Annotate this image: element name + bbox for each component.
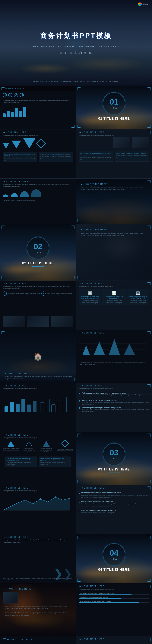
row-05-ab: YOUR TITLE HERE Lorem ipsum dolor sit am… — [0, 280, 152, 330]
arrow-bottom-text: Lorem ipsum dolor sit amet, consectetuer… — [3, 578, 76, 580]
logo-text: 演亮网 — [143, 3, 148, 6]
sunset-content: YOUR TITLE HERE Lorem ipsum dolor sit am… — [0, 583, 76, 619]
bar-r3 — [16, 404, 19, 412]
corner-tr-laptop — [148, 638, 151, 641]
bar-r5 — [27, 404, 31, 412]
progress-2: Fusce posuere, magna sed pulvinar ultric… — [76, 596, 152, 600]
semi-3 — [20, 191, 29, 197]
tri-card-2: Fusce posuere, magna sed pulvinar ultric… — [39, 456, 71, 467]
mini-ph-1 — [3, 316, 25, 327]
prog-label-3: Maecenas porttitor congue massa fusce po… — [79, 600, 149, 602]
large-arrows: ❯ ❯ — [53, 568, 72, 579]
icon-card-3: 💻 Maecenas porttitor congue massa fusce … — [127, 289, 149, 305]
corner-tr-04 — [148, 536, 151, 539]
title-underline-04 — [108, 573, 120, 573]
barchart-heading: YOUR TITLE HERE — [0, 383, 76, 388]
tri-icon-1: Pellentesque habitant morbi tristique se… — [3, 441, 19, 452]
step-label-a: Pellentesque habitant morbi tristique se… — [8, 293, 40, 294]
row-12-ab: YOUR TITLE HERE 15% Lorem ipsum dolor si… — [0, 636, 152, 644]
step-1: +1 — [3, 93, 7, 97]
mini-photo-1 — [133, 137, 149, 148]
card-r2: Fusce posuere, magna sed pulvinar ultric… — [115, 151, 149, 162]
number-ring-02: 02 TITLE — [27, 237, 49, 260]
prog-fill-1 — [79, 594, 132, 595]
icon-cards-heading: YOUR TITLE HERE — [76, 281, 152, 286]
list-item-3: ▶ Maecenas porttitor congue massa fusce … — [76, 509, 152, 514]
cover-divider — [57, 43, 95, 43]
row-08-ab: YOUR TITLE HERE Lorem ipsum dolor sit am… — [0, 432, 152, 485]
elements-topbar: SLIDE ELEMENTS — [0, 86, 76, 91]
panel-progress: YOUR TITLE HERE Lorem ipsum dolor sit am… — [76, 583, 152, 636]
sunset-inset-photo — [3, 592, 18, 604]
pct-top: YOUR TITLE HERE — [0, 636, 76, 642]
tri-detail-row: Pellentesque habitant morbi tristique se… — [0, 454, 76, 470]
area-chart-wrap — [0, 492, 76, 514]
prog-fill-2 — [79, 598, 121, 599]
corner-tl-02 — [1, 226, 4, 228]
logo-circle — [138, 2, 142, 6]
dot-1 — [39, 498, 41, 500]
bar-r4 — [21, 399, 25, 412]
panel-body-l: Lorem ipsum dolor sit amet, consectetuer… — [0, 134, 76, 136]
timeline-dot-1 — [79, 393, 80, 394]
tri-icon-2: Fusce posuere, magna sed pulvinar ultric… — [22, 441, 36, 452]
inner-grid-l: Pellentesque habitant morbi tristique se… — [0, 150, 76, 164]
arrow-heading: YOUR TITLE HERE — [0, 534, 76, 539]
section-01-title: 01 TITLE IS HERE — [98, 117, 130, 120]
corner-bl-02 — [1, 276, 4, 279]
corner-tl-03 — [78, 434, 81, 436]
panel-heading-r: YOUR TITLE HERE — [76, 130, 152, 134]
panel-textlist: YOUR TITLE HERE Lorem ipsum dolor sit am… — [76, 383, 152, 432]
panel-area-chart: YOUR TITLE HERE Lorem ipsum dolor sit am… — [0, 485, 76, 534]
panel-sunset: YOUR TITLE HERE Lorem ipsum dolor sit am… — [0, 583, 76, 636]
bar-chart-area — [0, 390, 76, 416]
steps-heading-l: YOUR TITLE HERE — [0, 281, 76, 286]
bar-5 — [19, 111, 22, 117]
steps-row: 1 Pellentesque habitant morbi tristique … — [0, 290, 76, 297]
prog-label-2: Fusce posuere, magna sed pulvinar ultric… — [79, 596, 149, 598]
dot-2 — [55, 496, 56, 498]
cover-content: 商务计划书PPT模板 THIS TEMPLATE DESIGNED BY XIA… — [31, 31, 121, 55]
linechart-body: Lorem ipsum dolor sit amet, consectetuer… — [76, 361, 152, 366]
laptop-icon-wrap: 💻 — [76, 641, 152, 644]
tri-card-1: Pellentesque habitant morbi tristique se… — [5, 456, 37, 467]
corner-tr-r — [148, 131, 151, 134]
corner-tl — [1, 88, 4, 90]
bar-4 — [15, 108, 18, 117]
number-ring-04: 04 TITLE — [103, 543, 125, 566]
corner-tr-03 — [148, 434, 151, 436]
inner-grid-r: Pellentesque habitant morbi tristique se… — [76, 150, 152, 163]
svg-marker-9 — [26, 441, 32, 447]
timeline-content-1: Pellentesque habitant morbi tristique se… — [82, 392, 149, 398]
timeline-dot-2 — [79, 400, 80, 402]
prog-bg-1 — [79, 594, 149, 595]
panel-bridge-photo: 🏠 YOUR TITLE HERE Lorem ipsum dolor sit … — [0, 330, 76, 383]
panel-body-r: Lorem ipsum dolor sit amet, consectetuer… — [76, 134, 152, 136]
tri-lg — [23, 138, 35, 148]
pct-accent — [3, 638, 6, 641]
photo-r-body: Lorem ipsum dolor sit amet, consectetuer… — [79, 186, 149, 190]
barchart-body: Lorem ipsum dolor sit amet, consectetuer… — [0, 388, 76, 390]
panel-stats-r: YOUR TITLE HERE Lorem ipsum dolor sit am… — [76, 130, 152, 178]
progress-heading: YOUR TITLE HERE — [76, 583, 152, 588]
tri-icon-4: Pellentesque habitant morbi tristique se… — [57, 441, 73, 452]
corner-bl-biz — [78, 276, 81, 279]
tri-icon-3: Maecenas porttitor congue massa fusce po… — [39, 441, 54, 452]
svg-marker-3 — [82, 346, 90, 355]
corner-tl-01 — [78, 88, 81, 90]
house-icon: 🏠 — [33, 352, 43, 361]
corner-br-04 — [148, 578, 151, 582]
bar-out5 — [63, 397, 67, 412]
semi-2 — [11, 193, 18, 197]
timeline-2: Fusce posuere, magna sed pulvinar ultric… — [76, 399, 152, 406]
topbar-title: SLIDE ELEMENTS — [5, 88, 24, 90]
textlist-body: Lorem ipsum dolor sit amet, consectetuer… — [76, 388, 152, 390]
panel-barchart: YOUR TITLE HERE Lorem ipsum dolor sit am… — [0, 383, 76, 432]
title-underline-02 — [32, 266, 44, 267]
bar-1 — [3, 114, 6, 117]
corner-tr-tl — [148, 384, 151, 388]
bridge-heading: YOUR TITLE HERE — [3, 371, 76, 376]
slide-cover: 演亮网 商务计划书PPT模板 THIS TEMPLATE DESIGNED BY… — [0, 0, 152, 86]
svg-marker-5 — [109, 339, 120, 355]
panel-laptop: YOUR TITLE HERE 💻 Lorem ipsum dolor sit … — [76, 636, 152, 644]
